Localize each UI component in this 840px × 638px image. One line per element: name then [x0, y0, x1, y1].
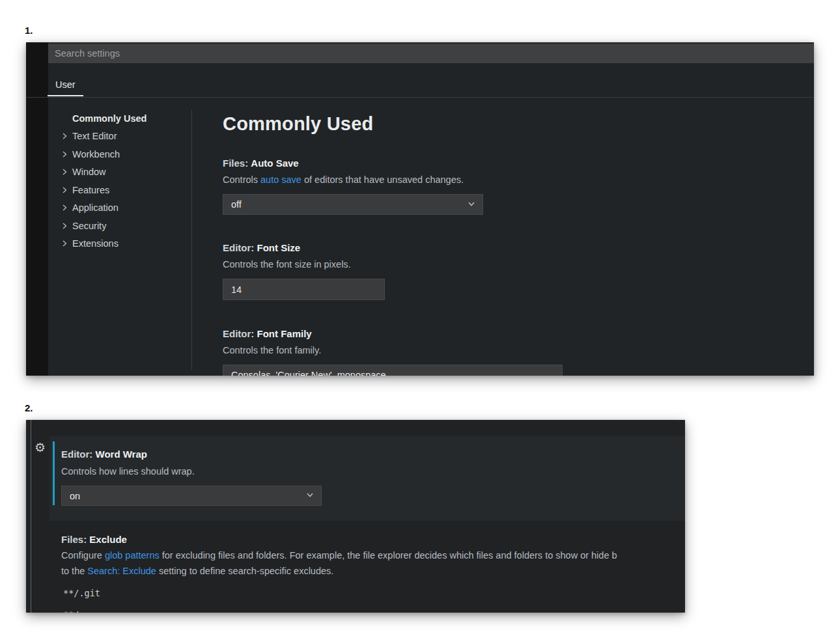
setting-label-font-size: Editor: Font Size: [223, 242, 300, 253]
setting-label-files-exclude: Files: Exclude: [61, 534, 127, 545]
setting-name: Font Family: [257, 328, 312, 339]
input-value: 14: [231, 284, 242, 295]
toc-item-workbench[interactable]: Workbench: [26, 145, 191, 163]
toc-item-label: Window: [72, 167, 106, 177]
setting-name: Font Size: [257, 242, 301, 253]
setting-name: Exclude: [89, 534, 127, 545]
page-title: Commonly Used: [223, 113, 373, 135]
chevron-right-icon: [61, 240, 68, 247]
setting-desc-font-size: Controls the font size in pixels.: [223, 259, 351, 270]
toc-item-text-editor[interactable]: Text Editor: [26, 128, 191, 146]
toc-item-security[interactable]: Security: [26, 217, 191, 235]
gear-icon[interactable]: ⚙: [35, 441, 46, 454]
settings-toc: Commonly Used Text Editor Workbench Wind…: [26, 109, 191, 253]
toc-item-extensions[interactable]: Extensions: [26, 235, 191, 253]
desc-text: Configure: [61, 550, 105, 561]
setting-category: Editor:: [61, 449, 92, 460]
setting-desc-word-wrap: Controls how lines should wrap.: [61, 466, 195, 477]
setting-desc-font-family: Controls the font family.: [223, 345, 321, 355]
files-exclude-desc-line2: to the Search: Exclude setting to define…: [61, 566, 333, 576]
toc-item-label: Security: [72, 221, 106, 231]
setting-label-auto-save: Files: Auto Save: [223, 158, 299, 169]
select-value: on: [70, 491, 80, 501]
exclude-pattern-item[interactable]: **/.svn: [63, 609, 100, 613]
chevron-down-icon: [305, 490, 315, 501]
desc-text: setting to define search-specific exclud…: [156, 566, 333, 576]
select-value: off: [231, 199, 242, 210]
desc-text: for excluding files and folders. For exa…: [160, 550, 617, 561]
desc-text: to the: [61, 566, 87, 576]
setting-name: Auto Save: [251, 158, 298, 169]
input-value: Consolas, 'Courier New', monospace: [231, 370, 386, 376]
setting-category: Editor:: [223, 328, 254, 339]
toc-item-commonly-used[interactable]: Commonly Used: [26, 109, 191, 128]
search-exclude-link[interactable]: Search: Exclude: [87, 566, 156, 576]
tab-user[interactable]: User: [55, 79, 76, 90]
toc-item-label: Extensions: [72, 238, 119, 249]
setting-category: Editor:: [223, 242, 254, 253]
setting-desc-auto-save: Controls auto save of editors that have …: [223, 174, 464, 185]
toc-item-label: Workbench: [72, 149, 120, 160]
toc-item-application[interactable]: Application: [26, 199, 191, 217]
setting-category: Files:: [61, 534, 87, 545]
panel-edge-line: [31, 420, 31, 613]
toc-item-label: Text Editor: [72, 131, 117, 141]
chevron-right-icon: [61, 204, 68, 212]
setting-category: Files:: [223, 158, 248, 169]
auto-save-select[interactable]: off: [223, 194, 483, 215]
settings-fragment-panel: ⚙ Editor: Word Wrap Controls how lines s…: [26, 420, 685, 613]
word-wrap-select[interactable]: on: [61, 486, 322, 506]
settings-editor-panel: User Commonly Used Text Editor Workbench…: [26, 42, 814, 376]
setting-label-font-family: Editor: Font Family: [223, 328, 312, 339]
desc-text: of editors that have unsaved changes.: [301, 174, 464, 185]
chevron-right-icon: [61, 150, 68, 158]
font-size-input[interactable]: 14: [223, 279, 385, 300]
chevron-right-icon: [61, 132, 68, 140]
exclude-pattern-item[interactable]: **/.git: [63, 588, 100, 598]
files-exclude-desc-line1: Configure glob patterns for excluding fi…: [61, 550, 685, 561]
toc-item-label: Features: [72, 185, 109, 195]
toc-item-label: Application: [72, 202, 119, 213]
figure-label-1: 1.: [25, 25, 33, 36]
settings-body: Commonly Used Files: Auto Save Controls …: [223, 42, 814, 376]
desc-text: Controls: [223, 174, 260, 185]
toc-item-label: Commonly Used: [72, 113, 147, 124]
chevron-right-icon: [61, 186, 68, 194]
toc-item-window[interactable]: Window: [26, 163, 191, 182]
figure-label-2: 2.: [25, 402, 33, 413]
chevron-right-icon: [61, 168, 68, 176]
setting-label-word-wrap: Editor: Word Wrap: [61, 449, 147, 460]
tab-user-underline: [48, 95, 83, 96]
glob-patterns-link[interactable]: glob patterns: [105, 550, 160, 561]
chevron-down-icon: [467, 199, 476, 210]
toc-divider: [191, 109, 192, 370]
setting-name: Word Wrap: [96, 449, 147, 460]
toc-item-features[interactable]: Features: [26, 181, 191, 199]
auto-save-link[interactable]: auto save: [260, 174, 301, 185]
font-family-input[interactable]: Consolas, 'Courier New', monospace: [223, 365, 563, 376]
chevron-right-icon: [61, 222, 68, 230]
modified-setting-indicator: [53, 441, 55, 505]
